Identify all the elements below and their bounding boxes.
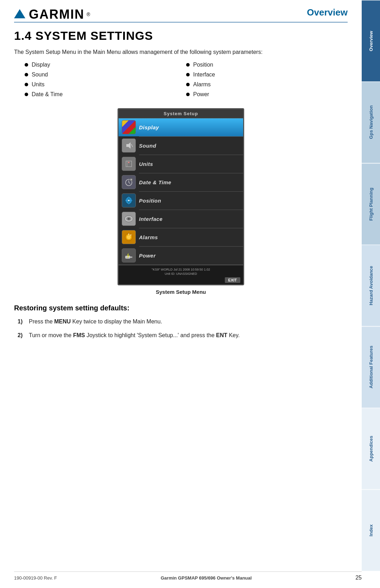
main-content: GARMIN® Overview 1.4 SYSTEM SETTINGS The… <box>0 0 362 359</box>
datetime-icon <box>122 175 136 189</box>
step-1: 1) Press the MENU Key twice to display t… <box>18 317 348 326</box>
units-icon-container <box>119 155 139 173</box>
bullet-power: Power <box>186 91 348 98</box>
restore-section: Restoring system setting defaults: 1) Pr… <box>14 304 348 340</box>
svg-rect-23 <box>130 256 132 258</box>
sound-icon <box>122 138 136 153</box>
menu-item-datetime[interactable]: Date & Time <box>119 173 243 192</box>
alarms-icon-container <box>119 228 139 246</box>
position-icon <box>122 193 136 208</box>
bullet-alarms: Alarms <box>186 81 348 88</box>
section-title: Overview <box>307 7 348 19</box>
datetime-icon-container <box>119 173 139 191</box>
sidebar: Overview Gps Navigation Flight Planning … <box>362 0 380 571</box>
menu-item-position[interactable]: Position <box>119 192 243 210</box>
display-icon <box>122 120 136 134</box>
svg-point-19 <box>127 235 131 239</box>
page-header: GARMIN® Overview <box>14 0 348 23</box>
bullet-dot-icon <box>25 83 28 86</box>
interface-icon-container <box>119 210 139 228</box>
power-icon-container <box>119 246 139 265</box>
menu-item-display[interactable]: Display <box>119 118 243 137</box>
restore-title: Restoring system setting defaults: <box>14 304 348 312</box>
svg-marker-0 <box>126 142 131 149</box>
sidebar-tab-overview[interactable]: Overview <box>362 0 380 81</box>
exit-button[interactable]: EXIT <box>225 277 240 283</box>
step-2-ent-key: ENT <box>216 332 227 338</box>
units-icon <box>122 157 136 171</box>
bullet-dot-icon <box>186 93 190 96</box>
alarms-icon <box>122 230 136 244</box>
step-1-menu-key: MENU <box>54 318 71 324</box>
device-screen: System Setup Display <box>118 108 244 285</box>
garmin-logo: GARMIN® <box>14 7 90 22</box>
footer-left: 190-00919-00 Rev. F <box>14 575 57 581</box>
menu-item-units[interactable]: Units <box>119 155 243 173</box>
garmin-triangle-icon <box>14 9 25 18</box>
menu-item-alarms[interactable]: Alarms <box>119 228 243 247</box>
bullet-datetime: Date & Time <box>25 91 186 98</box>
bullet-dot-icon <box>25 63 28 67</box>
bullet-col-left: Display Sound Units Date & Time <box>25 62 186 101</box>
menu-item-label-datetime: Date & Time <box>139 179 171 185</box>
interface-icon <box>122 212 136 226</box>
step-2-num: 2) <box>18 331 25 340</box>
bullet-interface: Interface <box>186 72 348 78</box>
menu-item-label-interface: Interface <box>139 216 163 222</box>
sidebar-tab-index[interactable]: Index <box>362 489 380 571</box>
sidebar-tab-flight[interactable]: Flight Planning <box>362 163 380 245</box>
device-container: System Setup Display <box>14 108 348 295</box>
menu-item-sound[interactable]: Sound <box>119 137 243 155</box>
svg-line-7 <box>129 182 130 184</box>
sidebar-tab-appendices[interactable]: Appendices <box>362 408 380 489</box>
page-title: 1.4 SYSTEM SETTINGS <box>14 29 348 43</box>
footer-center: Garmin GPSMAP 695/696 Owner's Manual <box>161 575 252 581</box>
bullet-sound: Sound <box>25 72 186 78</box>
display-icon-container <box>119 118 139 136</box>
menu-item-power[interactable]: Power <box>119 247 243 265</box>
menu-item-interface[interactable]: Interface <box>119 210 243 228</box>
screen-footer-text1: "KS9" WORLD Jul 21 2008 10:59:50 1.02 <box>121 267 240 272</box>
bullet-dot-icon <box>186 63 190 67</box>
menu-item-label-power: Power <box>139 253 156 259</box>
logo-text: GARMIN <box>29 7 84 22</box>
svg-point-14 <box>128 200 129 201</box>
position-icon-container <box>119 191 139 210</box>
menu-item-label-units: Units <box>139 161 153 167</box>
screen-footer: "KS9" WORLD Jul 21 2008 10:59:50 1.02 Un… <box>119 265 243 284</box>
sidebar-tab-additional[interactable]: Additional Features <box>362 326 380 408</box>
menu-item-label-position: Position <box>139 198 161 204</box>
footer-page-num: 25 <box>355 575 362 581</box>
bullet-display: Display <box>25 62 186 68</box>
bullet-dot-icon <box>25 73 28 76</box>
svg-point-4 <box>128 162 129 163</box>
sound-icon-container <box>119 136 139 155</box>
bullet-dot-icon <box>186 73 190 76</box>
screen-footer-text2: Unit ID: UNASSIGNED <box>121 272 240 276</box>
menu-item-label-alarms: Alarms <box>139 234 158 240</box>
logo-reg: ® <box>87 12 90 17</box>
svg-line-21 <box>131 235 131 235</box>
sidebar-tab-gps[interactable]: Gps Navigation <box>362 81 380 163</box>
step-2-text: Turn or move the FMS Joystick to highlig… <box>29 331 348 340</box>
sidebar-tab-hazard[interactable]: Hazard Avoidance <box>362 245 380 326</box>
bullet-col-right: Position Interface Alarms Power <box>186 62 348 101</box>
svg-line-1 <box>131 144 133 147</box>
bullet-dot-icon <box>25 93 28 96</box>
bullet-position: Position <box>186 62 348 68</box>
screen-title-bar: System Setup <box>119 109 243 118</box>
device-caption: System Setup Menu <box>156 289 206 295</box>
page-footer: 190-00919-00 Rev. F Garmin GPSMAP 695/69… <box>14 571 362 581</box>
step-2-fms-key: FMS <box>73 332 85 338</box>
bullet-dot-icon <box>186 83 190 86</box>
step-1-num: 1) <box>18 317 25 326</box>
screen-exit-bar: EXIT <box>121 277 240 283</box>
svg-point-17 <box>128 218 130 220</box>
step-2: 2) Turn or move the FMS Joystick to high… <box>18 331 348 340</box>
power-icon <box>122 248 136 262</box>
bullet-units: Units <box>25 81 186 88</box>
intro-text: The System Setup Menu in the Main Menu a… <box>14 48 348 57</box>
menu-item-label-display: Display <box>139 124 159 130</box>
bullet-columns: Display Sound Units Date & Time Position <box>25 62 348 101</box>
step-1-text: Press the MENU Key twice to display the … <box>29 317 348 326</box>
